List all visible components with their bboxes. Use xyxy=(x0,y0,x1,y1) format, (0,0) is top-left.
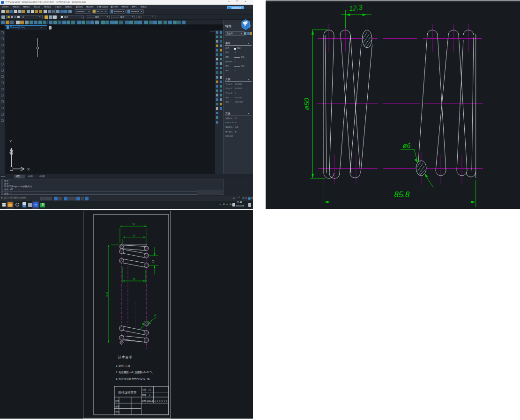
svg-text:ø6: ø6 xyxy=(403,142,411,149)
svg-text:审核: 审核 xyxy=(115,411,120,413)
svg-text:ø50: ø50 xyxy=(303,97,311,110)
svg-text:60Si2MnA: 60Si2MnA xyxy=(147,400,153,402)
svg-text:12.3: 12.3 xyxy=(349,3,364,13)
svg-text:26: 26 xyxy=(133,278,135,280)
svg-text:技术要求: 技术要求 xyxy=(118,355,133,359)
svg-text:2. 有效圈数n=9, 总圈数n1=11.5。: 2. 有效圈数n=9, 总圈数n1=11.5。 xyxy=(116,371,154,374)
svg-text:31: 31 xyxy=(133,234,135,237)
svg-text:3. 热处理后硬度为HRC40~45。: 3. 热处理后硬度为HRC40~45。 xyxy=(116,377,152,381)
svg-text:85.8: 85.8 xyxy=(394,190,410,199)
svg-text:共 1 张 第 1 张: 共 1 张 第 1 张 xyxy=(155,400,168,402)
svg-text:制图: 制图 xyxy=(115,400,119,402)
svg-text:36: 36 xyxy=(132,223,135,226)
svg-text:圆柱压缩弹簧: 圆柱压缩弹簧 xyxy=(119,391,137,394)
svg-text:70.66: 70.66 xyxy=(106,292,108,297)
svg-text:描图: 描图 xyxy=(115,405,119,408)
svg-text:1. 旋向: 右旋。: 1. 旋向: 右旋。 xyxy=(116,364,133,368)
svg-text:X: X xyxy=(27,167,30,171)
svg-text:Y: Y xyxy=(9,139,12,143)
svg-text:2:1: 2:1 xyxy=(149,389,152,391)
svg-text:数量: 数量 xyxy=(142,394,147,396)
svg-text:4.8: 4.8 xyxy=(152,259,155,263)
